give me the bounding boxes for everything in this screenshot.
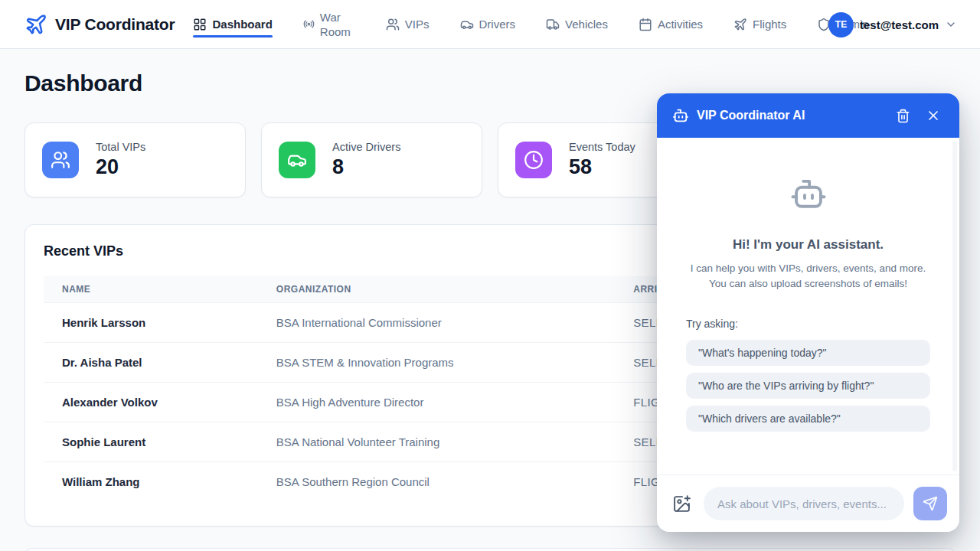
chat-input-bar bbox=[657, 474, 959, 532]
user-email: test@test.com bbox=[860, 18, 939, 31]
stat-label: Active Drivers bbox=[332, 141, 400, 153]
avatar[interactable]: TE bbox=[828, 12, 854, 37]
stat-value: 20 bbox=[96, 155, 145, 179]
trash-icon bbox=[896, 109, 910, 123]
chat-scrollbar[interactable] bbox=[952, 141, 957, 471]
chevron-down-icon[interactable] bbox=[945, 18, 957, 31]
vip-name: Dr. Aisha Patel bbox=[44, 343, 258, 383]
vip-name: Henrik Larsson bbox=[44, 303, 258, 343]
user-menu[interactable]: TE test@test.com bbox=[828, 0, 957, 49]
radio-icon bbox=[303, 18, 315, 30]
stat-value: 58 bbox=[569, 155, 635, 179]
nav-item-dashboard[interactable]: Dashboard bbox=[193, 0, 272, 49]
users-icon bbox=[42, 142, 79, 178]
clock-icon bbox=[515, 142, 552, 178]
column-header-organization: Organization bbox=[258, 276, 615, 303]
users-icon bbox=[386, 18, 400, 31]
nav-item-label: VIPs bbox=[405, 18, 430, 31]
nav-item-vehicles[interactable]: Vehicles bbox=[546, 0, 608, 49]
send-icon bbox=[923, 496, 938, 511]
nav-item-flights[interactable]: Flights bbox=[733, 0, 786, 49]
page-title: Dashboard bbox=[24, 70, 956, 96]
vip-name: Sophie Laurent bbox=[44, 422, 258, 462]
clear-chat-button[interactable] bbox=[893, 106, 913, 126]
chat-messages-area: Hi! I'm your AI assistant. I can help yo… bbox=[657, 138, 959, 474]
column-header-name: Name bbox=[44, 276, 258, 303]
nav-item-label: Activities bbox=[658, 18, 703, 31]
vip-organization: BSA Southern Region Council bbox=[258, 462, 615, 502]
ai-chat-panel: VIP Coordinator AI Hi! I'm your AI assis… bbox=[657, 93, 959, 532]
suggestion-chip[interactable]: "Who are the VIPs arriving by flight?" bbox=[686, 373, 930, 399]
chat-title: VIP Coordinator AI bbox=[697, 109, 805, 122]
bot-icon bbox=[786, 176, 831, 214]
close-chat-button[interactable] bbox=[923, 105, 944, 126]
chat-help-line: You can also upload screenshots of email… bbox=[657, 276, 959, 292]
truck-icon bbox=[546, 18, 560, 31]
vip-organization: BSA National Volunteer Training bbox=[258, 422, 615, 462]
stat-label: Total VIPs bbox=[96, 141, 145, 153]
send-button[interactable] bbox=[913, 487, 947, 520]
upload-image-button[interactable] bbox=[669, 491, 694, 517]
vip-organization: BSA International Commissioner bbox=[258, 303, 615, 343]
stat-card-active-drivers: Active Drivers 8 bbox=[261, 122, 482, 197]
chat-header: VIP Coordinator AI bbox=[657, 93, 959, 138]
car-icon bbox=[279, 142, 315, 178]
stat-label: Events Today bbox=[569, 141, 635, 153]
chat-help-line: I can help you with VIPs, drivers, event… bbox=[657, 261, 959, 276]
nav-items: Dashboard War Room VIPs bbox=[193, 0, 868, 49]
layout-grid-icon bbox=[193, 18, 207, 31]
suggestion-chip[interactable]: "What's happening today?" bbox=[686, 340, 930, 366]
plane-logo-icon bbox=[24, 13, 47, 36]
close-icon bbox=[926, 108, 941, 123]
image-plus-icon bbox=[672, 494, 691, 514]
calendar-icon bbox=[639, 18, 652, 31]
next-section-card-edge bbox=[24, 548, 956, 551]
car-icon bbox=[460, 18, 474, 31]
suggestion-chip[interactable]: "Which drivers are available?" bbox=[686, 406, 930, 432]
vip-organization: BSA High Adventure Director bbox=[258, 383, 615, 422]
plane-icon bbox=[733, 18, 747, 31]
bot-icon bbox=[672, 107, 689, 124]
chat-greeting: Hi! I'm your AI assistant. bbox=[657, 237, 959, 253]
stat-card-total-vips: Total VIPs 20 bbox=[24, 122, 246, 197]
nav-item-war-room[interactable]: War Room bbox=[303, 0, 355, 49]
chat-input[interactable] bbox=[704, 487, 904, 520]
try-asking-label: Try asking: bbox=[686, 318, 930, 330]
nav-item-label: Flights bbox=[753, 18, 786, 31]
nav-item-label: War Room bbox=[320, 10, 355, 39]
vip-organization: BSA STEM & Innovation Programs bbox=[258, 343, 615, 383]
chat-help-text: I can help you with VIPs, drivers, event… bbox=[657, 261, 959, 292]
nav-item-label: Dashboard bbox=[212, 18, 272, 31]
nav-item-label: Drivers bbox=[479, 18, 516, 31]
nav-item-vips[interactable]: VIPs bbox=[386, 0, 430, 49]
vip-name: William Zhang bbox=[44, 462, 258, 502]
nav-item-drivers[interactable]: Drivers bbox=[460, 0, 516, 49]
brand-title: VIP Coordinator bbox=[55, 15, 175, 34]
vip-name: Alexander Volkov bbox=[44, 383, 258, 422]
top-navigation: VIP Coordinator Dashboard War Room bbox=[0, 0, 980, 49]
nav-item-activities[interactable]: Activities bbox=[639, 0, 703, 49]
stat-value: 8 bbox=[332, 155, 400, 179]
nav-item-label: Vehicles bbox=[565, 18, 608, 31]
brand: VIP Coordinator bbox=[24, 13, 175, 36]
